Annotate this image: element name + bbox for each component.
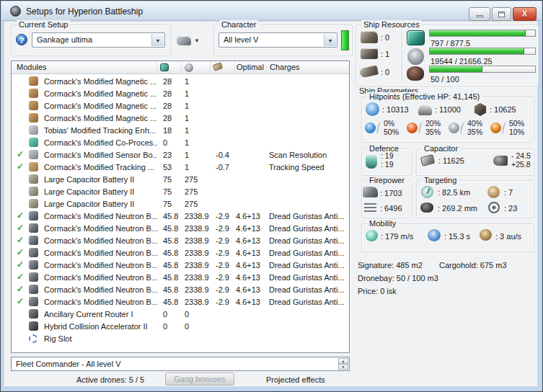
app-icon [10,6,21,17]
table-header[interactable]: Modules Optimal Charges [12,61,349,74]
module-cpu-value: 75 [157,175,182,184]
minimize-button[interactable] [469,7,490,21]
active-check-icon: ✓ [12,272,29,282]
fleet-commander-value: Fleet Commander - All level V [16,360,121,368]
capacitor-column-header[interactable] [211,61,235,74]
spinner-down-button[interactable]: ▼ [338,364,348,370]
fleet-spinner[interactable]: ▲ ▼ [338,358,348,370]
targeting-range-value: : 82.5 km [438,188,470,197]
volley-icon [364,203,376,213]
setup-dropdown-button[interactable]: ▼ [151,34,164,46]
module-cpu-value: 45.8 [157,212,182,220]
module-optimal-value: 4.6+13 [235,236,267,245]
module-cpu-value: 28 [157,114,182,122]
table-row[interactable]: ✓ Cormack's Modified Neutron B... 45.8 2… [12,271,349,283]
module-cpu-value: 18 [157,126,182,135]
capacitor-recharge-icon [493,156,508,166]
maximize-button[interactable] [492,7,511,21]
active-check-icon: ✓ [12,161,29,172]
character-combobox[interactable]: All level V ▼ [218,32,337,48]
module-icon [29,199,38,208]
table-row[interactable]: ✓ Cormack's Modified Neutron B... 45.8 2… [12,295,349,308]
table-row[interactable]: ✓ Cormack's Modified Neutron B... 45.8 2… [12,246,349,259]
powergrid-column-header[interactable] [182,61,211,74]
table-row[interactable]: ✓ Large Capacitor Battery II 75 275 [12,185,349,197]
targeting-range-icon [421,186,433,198]
scan-resolution-icon [420,202,433,213]
drones-usage-value: 50 / 100 [431,75,459,84]
eft-window: Setups for Hyperion Battleship X Current… [0,0,543,392]
table-row[interactable]: ✓ Cormack's Modified Neutron B... 45.8 2… [12,259,349,271]
table-row[interactable]: ✓ Cormack's Modified Magnetic ... 28 1 [12,75,349,87]
active-drones-label[interactable]: Active drones: 5 / 5 [76,375,144,384]
fitting-tools-icon[interactable] [177,36,191,45]
titlebar[interactable]: Setups for Hyperion Battleship X [1,1,542,21]
table-row[interactable]: ✓ Cormack's Modified Tracking ... 53 1 -… [12,161,349,173]
table-row[interactable]: ✓ Cormack's Modified Sensor Bo... 23 1 -… [12,148,349,161]
optimal-column-header[interactable]: Optimal [235,61,267,74]
table-row[interactable]: ✓ Cormack's Modified Neutron B... 45.8 2… [12,210,349,222]
module-powergrid-value: 275 [182,187,211,196]
module-capacitor-value: -2.9 [211,236,235,245]
cpu-icon [160,63,169,71]
table-row[interactable]: ✓ Ancillary Current Router I 0 0 [12,308,349,320]
module-powergrid-value: 1 [182,138,211,147]
powergrid-icon [407,48,424,65]
window-title: Setups for Hyperion Battleship [26,6,143,17]
capacitor-recharge-value: +25.8 [511,161,531,169]
modules-table: Modules Optimal Charges ✓ Cormack's Modi… [11,61,350,353]
fleet-commander-box[interactable]: Fleet Commander - All level V ▲ ▼ [11,357,350,371]
kinetic-shield-resist: 40% [467,120,482,128]
setup-combobox[interactable]: Gankage ultima ▼ [32,32,165,48]
table-row[interactable]: ✓ Cormack's Modified Magnetic ... 28 1 [12,99,349,112]
tools-dropdown-icon[interactable]: ▼ [194,37,200,44]
cargohold-value: Cargohold: 675 m3 [439,261,507,270]
module-name: Large Capacitor Battery II [42,200,157,208]
sensor-strength-icon [488,202,500,213]
table-row[interactable]: ✓ Cormack's Modified Magnetic ... 28 1 [12,87,349,99]
close-button[interactable]: X [513,7,537,21]
turret-dps-icon [363,187,378,197]
table-row[interactable]: ✓ Large Capacitor Battery II 75 275 [12,197,349,210]
table-row[interactable]: ✓ Cormack's Modified Magnetic ... 28 1 [12,112,349,124]
table-row[interactable]: ✓ Cormack's Modified Co-Proces... 0 1 [12,136,349,148]
table-row[interactable]: ✓ Cormack's Modified Neutron B... 45.8 2… [12,222,349,234]
charges-column-header[interactable]: Charges [267,61,349,74]
active-check-icon: ✓ [12,149,29,160]
firepower-label: Firepower [367,176,407,184]
module-name: Rig Slot [42,334,157,343]
module-powergrid-value: 1 [182,89,211,98]
cpu-column-header[interactable] [157,61,182,74]
table-row[interactable]: ✓ Cormack's Modified Neutron B... 45.8 2… [12,234,349,246]
drones-bar-fill [430,66,482,72]
table-row[interactable]: ✓ Large Capacitor Battery II 75 275 [12,173,349,185]
active-check-icon: ✓ [12,223,29,233]
align-time-icon [428,229,441,241]
explosive-resist-icon [490,122,501,133]
module-capacitor-value: -0.7 [211,163,235,172]
targeting-group: Targeting [416,180,534,218]
table-row[interactable]: ✓ Tobias' Modified Tracking Enh... 18 1 [12,124,349,136]
module-optimal-value: 4.6+13 [235,285,267,294]
module-cpu-value: 75 [157,187,182,196]
module-name: Cormack's Modified Neutron B... [42,236,157,245]
module-charges-value: Dread Guristas Anti... [267,224,349,233]
table-row[interactable]: ✓ Hybrid Collision Accelerator II 0 0 [12,320,349,332]
spinner-up-button[interactable]: ▲ [338,358,348,364]
module-capacitor-value: -2.9 [211,249,235,257]
module-icon [29,162,38,172]
projected-effects-label[interactable]: Projected effects [266,375,325,384]
character-dropdown-button[interactable]: ▼ [324,34,336,46]
help-icon[interactable]: ? [16,34,27,45]
module-name: Cormack's Modified Tracking ... [42,163,157,172]
module-capacitor-value: -2.9 [211,273,235,282]
gang-bonuses-button[interactable]: Gang bonuses [165,373,234,386]
modules-column-header[interactable]: Modules [12,61,157,74]
cpu-bar [429,30,536,37]
table-row[interactable]: ✓ Cormack's Modified Neutron B... 45.8 2… [12,283,349,295]
module-icon [29,236,38,245]
module-rows: ✓ Cormack's Modified Magnetic ... 28 1 ✓… [12,74,349,344]
module-cpu-value: 45.8 [157,236,182,245]
module-powergrid-value: 1 [182,151,211,159]
table-row[interactable]: ✓ Rig Slot [12,332,349,344]
